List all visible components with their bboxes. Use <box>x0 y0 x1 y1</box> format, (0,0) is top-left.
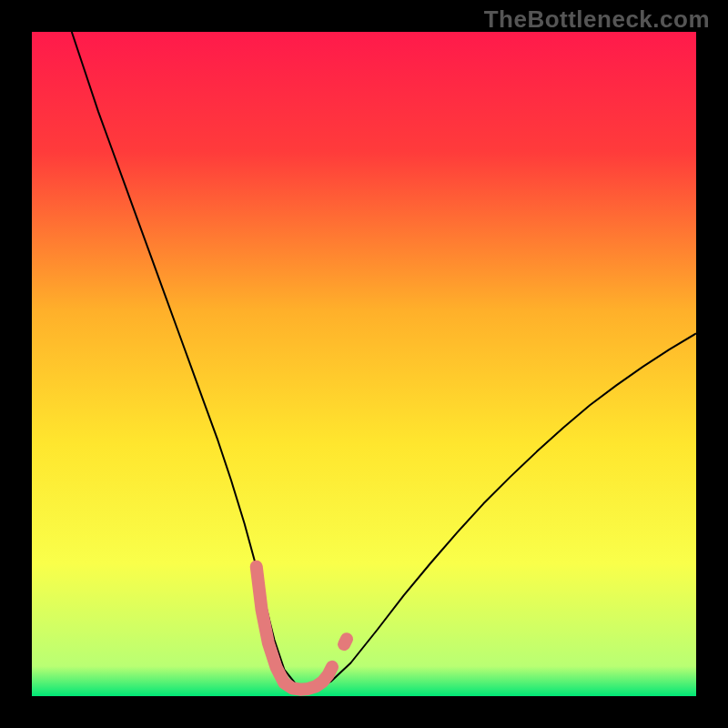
series-bottleneck-curve <box>72 32 696 688</box>
series-highlight-band <box>257 567 332 690</box>
curves-layer <box>32 32 696 696</box>
watermark-text: TheBottleneck.com <box>484 5 710 34</box>
plot-area <box>32 32 696 696</box>
chart-frame: TheBottleneck.com <box>0 0 728 728</box>
series-highlight-dot <box>344 639 347 644</box>
